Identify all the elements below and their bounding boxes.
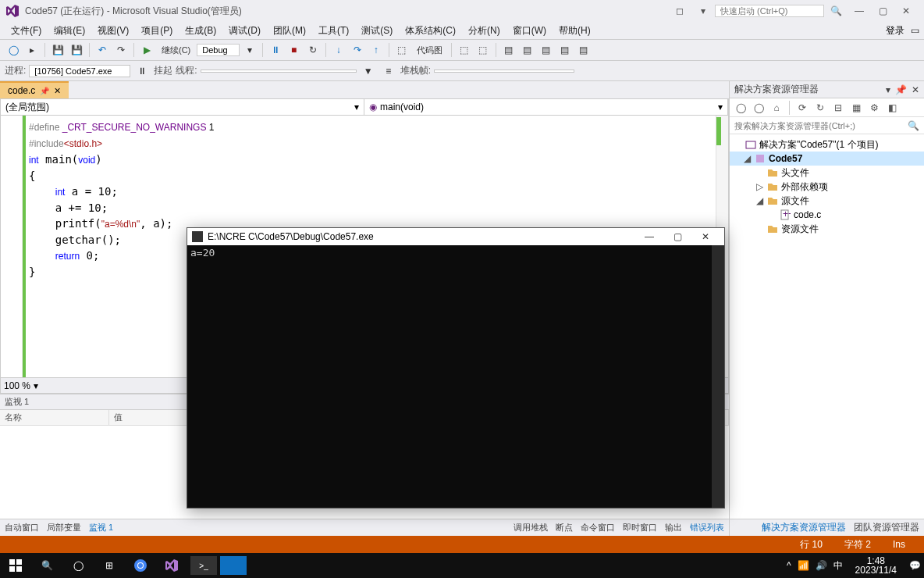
menu-tools[interactable]: 工具(T): [312, 23, 355, 39]
continue-label[interactable]: 继续(C): [157, 45, 195, 56]
start-button[interactable]: [0, 553, 31, 578]
sol-pin-icon[interactable]: 📌: [895, 84, 907, 95]
search-task-icon[interactable]: 🔍: [31, 553, 62, 578]
tab-output[interactable]: 输出: [665, 522, 682, 533]
lang-indicator[interactable]: 中: [833, 559, 843, 573]
menu-debug[interactable]: 调试(D): [222, 23, 267, 39]
menu-analyze[interactable]: 分析(N): [462, 23, 506, 39]
menu-arch[interactable]: 体系结构(C): [399, 23, 462, 39]
sol-tree[interactable]: 解决方案"Code57"(1 个项目) ◢Code57 头文件 ▷外部依赖项 ◢…: [730, 134, 924, 519]
thread-combo[interactable]: [201, 70, 357, 73]
taskview-icon[interactable]: ⊞: [94, 553, 125, 578]
sol-source[interactable]: ◢源文件: [730, 194, 924, 208]
tool-icon-6[interactable]: ▤: [556, 41, 574, 59]
saveall-icon[interactable]: 💾: [68, 41, 85, 59]
notification-icon[interactable]: 💬: [909, 560, 921, 571]
menu-view[interactable]: 视图(V): [91, 23, 135, 39]
suspend-icon[interactable]: ⏸: [133, 62, 151, 80]
sol-showall-icon[interactable]: ▦: [848, 100, 864, 116]
menu-file[interactable]: 文件(F): [5, 23, 48, 39]
filter-icon[interactable]: ▼: [360, 62, 377, 80]
menu-edit[interactable]: 编辑(E): [48, 23, 91, 39]
pause-icon[interactable]: ⏸: [267, 41, 284, 59]
sol-dropdown-icon[interactable]: ▾: [886, 84, 890, 95]
user-icon[interactable]: ▭: [911, 25, 919, 36]
console-output[interactable]: a=20: [187, 245, 712, 508]
zoom-dropdown-icon[interactable]: ▾: [34, 380, 38, 391]
sol-preview-icon[interactable]: ◧: [884, 100, 900, 116]
console-scrollbar[interactable]: [712, 245, 724, 508]
minimize-icon[interactable]: —: [848, 2, 871, 20]
tray-chevron-icon[interactable]: ^: [787, 560, 791, 571]
sound-icon[interactable]: 🔊: [816, 560, 827, 571]
chrome-icon[interactable]: [125, 553, 156, 578]
tab-autos[interactable]: 自动窗口: [5, 522, 39, 533]
cortana-icon[interactable]: ◯: [62, 553, 94, 578]
step-out-icon[interactable]: ↑: [368, 41, 385, 59]
search-icon[interactable]: 🔍: [824, 2, 848, 20]
sol-fwd-icon[interactable]: ◯: [751, 100, 766, 116]
dropdown-icon[interactable]: ▾: [241, 41, 258, 59]
step-into-icon[interactable]: ↓: [330, 41, 347, 59]
console-window[interactable]: E:\NCRE C\Code57\Debug\Code57.exe — ▢ ✕ …: [187, 227, 725, 508]
tab-team-explorer[interactable]: 团队资源管理器: [854, 521, 919, 534]
console-min-icon[interactable]: —: [635, 228, 663, 245]
maximize-icon[interactable]: ▢: [871, 2, 894, 20]
sol-props-icon[interactable]: ⚙: [866, 100, 882, 116]
codemap-label[interactable]: 代码图: [412, 45, 447, 56]
menu-help[interactable]: 帮助(H): [553, 23, 597, 39]
menu-test[interactable]: 测试(S): [355, 23, 399, 39]
scope-combo[interactable]: (全局范围)▾: [1, 99, 364, 115]
clock[interactable]: 1:482023/11/4: [849, 556, 903, 575]
menu-build[interactable]: 生成(B): [179, 23, 222, 39]
tool-icon-1[interactable]: ⬚: [456, 41, 473, 59]
sol-sync-icon[interactable]: ⟳: [794, 100, 810, 116]
tab-callstack[interactable]: 调用堆栈: [514, 522, 548, 533]
stackframe-combo[interactable]: [434, 70, 574, 73]
tool-icon-5[interactable]: ▤: [538, 41, 555, 59]
redo-icon[interactable]: ↷: [112, 41, 130, 59]
tab-solution-explorer[interactable]: 解决方案资源管理器: [762, 521, 846, 534]
sol-refresh-icon[interactable]: ↻: [812, 100, 828, 116]
process-combo[interactable]: [10756] Code57.exe: [29, 65, 130, 77]
sol-codec[interactable]: ++code.c: [730, 208, 924, 222]
sol-root[interactable]: 解决方案"Code57"(1 个项目): [730, 137, 924, 152]
config-combo[interactable]: Debug: [197, 44, 239, 56]
sol-external[interactable]: ▷外部依赖项: [730, 180, 924, 194]
sol-home-icon[interactable]: ⌂: [769, 100, 784, 116]
tab-command[interactable]: 命令窗口: [581, 522, 615, 533]
sol-search-input[interactable]: [730, 121, 903, 130]
console-close-icon[interactable]: ✕: [691, 228, 720, 245]
flag-icon[interactable]: ▾: [691, 2, 715, 20]
tab-errors[interactable]: 错误列表: [690, 522, 724, 533]
undo-icon[interactable]: ↶: [94, 41, 111, 59]
step-over-icon[interactable]: ↷: [349, 41, 366, 59]
col-name[interactable]: 名称: [0, 410, 109, 425]
system-tray[interactable]: ^ 📶 🔊 中 1:482023/11/4 💬: [787, 556, 924, 575]
member-combo[interactable]: ◉main(void)▾: [364, 99, 728, 115]
quick-launch-input[interactable]: [715, 5, 824, 17]
menu-window[interactable]: 窗口(W): [506, 23, 553, 39]
stop-icon[interactable]: ■: [286, 41, 303, 59]
tab-close-icon[interactable]: ✕: [54, 86, 61, 96]
vs-task-icon[interactable]: [156, 553, 187, 578]
sol-collapse-icon[interactable]: ⊟: [830, 100, 846, 116]
pin-icon[interactable]: 📌: [40, 87, 49, 95]
notif-icon[interactable]: ◻: [668, 2, 691, 20]
threads-icon[interactable]: ≡: [380, 62, 397, 80]
restart-icon[interactable]: ↻: [304, 41, 322, 59]
nav-back-icon[interactable]: ◯: [5, 41, 22, 59]
tab-code-c[interactable]: code.c 📌 ✕: [0, 81, 69, 98]
sol-back-icon[interactable]: ◯: [733, 100, 748, 116]
sol-headers[interactable]: 头文件: [730, 166, 924, 180]
menu-project[interactable]: 项目(P): [135, 23, 179, 39]
tab-locals[interactable]: 局部变量: [47, 522, 81, 533]
wifi-icon[interactable]: 📶: [798, 560, 809, 571]
sol-project[interactable]: ◢Code57: [730, 152, 924, 166]
continue-icon[interactable]: ▶: [138, 41, 155, 59]
terminal-task-icon[interactable]: >_: [190, 556, 217, 575]
codemap-icon[interactable]: ⬚: [393, 41, 410, 59]
login-link[interactable]: 登录: [886, 24, 904, 37]
editor-margin[interactable]: [1, 116, 23, 377]
tool-icon-2[interactable]: ⬚: [474, 41, 492, 59]
